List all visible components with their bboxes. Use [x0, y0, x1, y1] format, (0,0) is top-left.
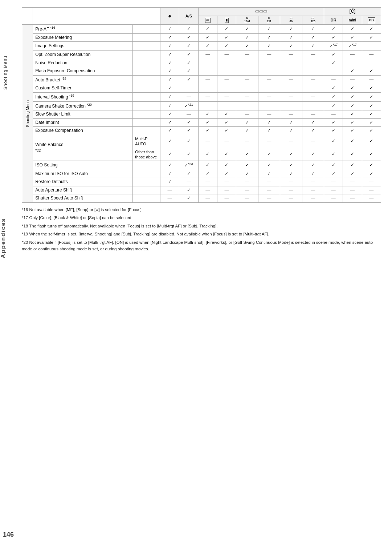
table-cell: —: [198, 194, 217, 203]
table-cell: —: [198, 178, 217, 186]
table-cell: —: [179, 110, 198, 119]
header-sub2: ▮: [217, 16, 236, 25]
feature-name: Image Settings: [33, 42, 133, 51]
table-cell: —: [324, 186, 343, 194]
table-cell: ✓: [362, 127, 381, 135]
feature-sub-name: [133, 194, 160, 203]
table-cell: ✓: [362, 118, 381, 127]
table-cell: —: [217, 51, 236, 59]
table-cell: ✓: [160, 170, 179, 178]
table-cell: —: [302, 110, 324, 119]
table-cell: —: [324, 110, 343, 119]
table-cell: —: [236, 51, 258, 59]
table-cell: —: [217, 92, 236, 101]
table-cell: ✓: [280, 161, 302, 170]
table-cell: ✓: [324, 170, 343, 178]
table-cell: —: [198, 84, 217, 93]
feature-name: Exposure Compensation: [33, 127, 133, 135]
header-group1: ▭▭▭: [198, 8, 324, 16]
feature-sub-name: [133, 33, 160, 42]
table-cell: —: [217, 186, 236, 194]
header-group2: [Č]: [324, 8, 381, 16]
table-cell: ✓: [362, 110, 381, 119]
table-cell: —: [302, 101, 324, 110]
table-cell: —: [324, 75, 343, 84]
table-cell: —: [236, 186, 258, 194]
table-cell: ✓: [324, 84, 343, 93]
table-cell: —: [280, 75, 302, 84]
feature-sub-name: Other than those above: [133, 148, 160, 161]
feature-sub-name: [133, 42, 160, 51]
feature-name: Exposure Metering: [33, 33, 133, 42]
table-cell: ✓: [179, 67, 198, 76]
header-sub4: M2M: [258, 16, 280, 25]
table-cell: ✓: [217, 33, 236, 42]
feature-name: Date Imprint: [33, 118, 133, 127]
table-cell: ✓: [302, 127, 324, 135]
table-cell: ✓: [198, 170, 217, 178]
header-mini: mini: [343, 16, 362, 25]
table-cell: —: [179, 84, 198, 93]
table-cell: ✓: [198, 110, 217, 119]
footnotes-section: *16 Not available when [MF], [Snap],or […: [22, 206, 381, 252]
table-cell: —: [258, 84, 280, 93]
footnote: *18 The flash turns off automatically. N…: [22, 223, 381, 229]
table-cell: ✓*23: [179, 161, 198, 170]
table-cell: —: [280, 178, 302, 186]
table-cell: ✓: [179, 33, 198, 42]
table-cell: —: [217, 59, 236, 67]
table-cell: ✓: [324, 127, 343, 135]
table-cell: —: [198, 51, 217, 59]
table-cell: —: [198, 92, 217, 101]
table-cell: ✓: [217, 118, 236, 127]
feature-name: Auto Bracket *18: [33, 75, 133, 84]
feature-sub-name: [133, 161, 160, 170]
table-cell: —: [198, 59, 217, 67]
row-section-label: Shooting Menu: [22, 25, 33, 203]
table-cell: ✓: [343, 25, 362, 34]
table-cell: ✓: [302, 170, 324, 178]
table-cell: ✓: [179, 25, 198, 34]
table-cell: ✓: [362, 33, 381, 42]
header-sub5: ▭60: [280, 16, 302, 25]
header-as-label: A/S: [179, 8, 198, 25]
table-cell: ✓: [280, 127, 302, 135]
table-cell: ✓: [179, 194, 198, 203]
table-cell: —: [258, 101, 280, 110]
table-cell: ✓: [343, 110, 362, 119]
header-camera-icon: ●: [160, 8, 179, 25]
table-cell: ✓: [302, 118, 324, 127]
table-cell: —: [362, 75, 381, 84]
table-cell: ✓: [324, 33, 343, 42]
table-cell: —: [236, 110, 258, 119]
table-cell: ✓: [160, 92, 179, 101]
table-cell: ✓: [179, 186, 198, 194]
table-cell: ✓: [179, 59, 198, 67]
table-cell: ✓: [198, 161, 217, 170]
table-cell: ✓: [179, 127, 198, 135]
table-cell: ✓: [258, 42, 280, 51]
table-cell: —: [198, 101, 217, 110]
table-cell: ✓: [362, 84, 381, 93]
table-cell: ✓: [160, 84, 179, 93]
table-cell: —: [302, 59, 324, 67]
feature-name: Custom Self-Timer: [33, 84, 133, 93]
table-cell: ✓: [324, 161, 343, 170]
table-cell: ✓: [160, 127, 179, 135]
feature-sub-name: [133, 110, 160, 119]
table-cell: —: [258, 178, 280, 186]
table-cell: ✓: [198, 127, 217, 135]
table-cell: —: [280, 194, 302, 203]
table-cell: ✓: [258, 148, 280, 161]
feature-sub-name: [133, 75, 160, 84]
feature-name: Noise Reduction: [33, 59, 133, 67]
table-cell: —: [343, 51, 362, 59]
table-cell: ✓: [179, 42, 198, 51]
table-cell: —: [236, 178, 258, 186]
table-cell: ✓: [258, 25, 280, 34]
table-cell: ✓: [217, 161, 236, 170]
table-cell: ✓: [236, 170, 258, 178]
feature-name: Restore Defaults: [33, 178, 133, 186]
table-cell: —: [324, 67, 343, 76]
table-cell: ✓: [160, 67, 179, 76]
